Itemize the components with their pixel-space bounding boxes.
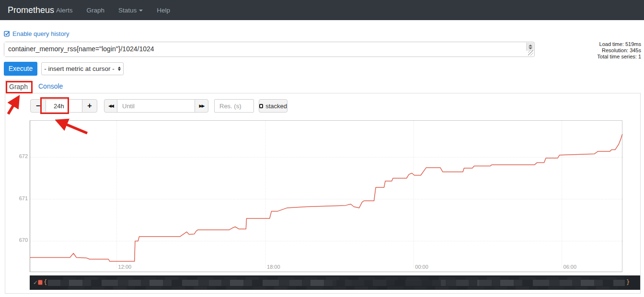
check-square-edit-icon bbox=[4, 31, 10, 37]
resize-grip-icon[interactable] bbox=[528, 50, 533, 56]
resolution-stat: Resolution: 345s bbox=[597, 47, 641, 54]
until-input[interactable] bbox=[117, 99, 195, 113]
total-series-stat: Total time series: 1 bbox=[597, 54, 641, 60]
resolution-input[interactable] bbox=[214, 99, 254, 113]
x-axis-tick-label: 00:00 bbox=[415, 264, 428, 270]
tab-graph[interactable]: Graph bbox=[5, 80, 32, 93]
nav-item-status-dropdown[interactable]: Status bbox=[118, 7, 143, 14]
nav-item-label: Status bbox=[118, 7, 137, 14]
insert-metric-dropdown-label: - insert metric at cursor - bbox=[44, 65, 114, 72]
range-increase-button[interactable]: + bbox=[82, 99, 97, 113]
legend-color-swatch bbox=[38, 280, 43, 285]
enable-query-history-label: Enable query history bbox=[12, 30, 69, 37]
stacked-label: stacked bbox=[265, 103, 287, 110]
y-axis-tick-label: 672 bbox=[14, 153, 28, 159]
nav-item-alerts[interactable]: Alerts bbox=[56, 7, 73, 14]
range-decrease-button[interactable]: − bbox=[30, 99, 46, 113]
nav-item-graph[interactable]: Graph bbox=[87, 7, 105, 14]
time-series-line-chart bbox=[30, 121, 623, 273]
y-axis-tick-label: 671 bbox=[14, 195, 28, 201]
tab-console[interactable]: Console bbox=[38, 82, 63, 90]
legend-open-brace: { bbox=[44, 279, 47, 286]
y-axis-tick-label: 670 bbox=[14, 237, 28, 243]
navbar: Prometheus Alerts Graph Status Help bbox=[0, 0, 644, 20]
minus-icon: − bbox=[36, 102, 40, 110]
brand-link[interactable]: Prometheus bbox=[8, 0, 54, 20]
legend-close-brace: } bbox=[626, 279, 630, 286]
nav-item-label: Alerts bbox=[56, 7, 73, 14]
legend-label-redacted bbox=[441, 280, 625, 286]
time-step-forward-button[interactable]: ▶▶ bbox=[195, 99, 208, 113]
caret-down-icon bbox=[139, 10, 143, 11]
insert-metric-dropdown[interactable]: - insert metric at cursor - bbox=[41, 62, 124, 75]
chart-plot-area[interactable] bbox=[30, 120, 622, 272]
load-time-stat: Load time: 519ms bbox=[597, 41, 641, 47]
time-step-back-button[interactable]: ◀◀ bbox=[104, 99, 117, 113]
x-axis-tick-label: 12:00 bbox=[118, 264, 132, 270]
legend-label-redacted bbox=[48, 280, 333, 286]
checkbox-unchecked-icon bbox=[259, 104, 263, 108]
query-stats: Load time: 519ms Resolution: 345s Total … bbox=[597, 41, 641, 60]
scroll-up-icon bbox=[529, 45, 532, 46]
plus-icon: + bbox=[87, 102, 92, 110]
nav-item-label: Graph bbox=[87, 7, 105, 14]
legend-check-icon: ✓ bbox=[33, 279, 38, 286]
legend-label-redacted bbox=[63, 286, 624, 289]
range-input[interactable] bbox=[46, 99, 82, 113]
enable-query-history-link[interactable]: Enable query history bbox=[4, 30, 69, 37]
scroll-down-icon bbox=[529, 47, 532, 49]
nav-links: Alerts Graph Status Help bbox=[56, 0, 170, 20]
double-left-arrow-icon: ◀◀ bbox=[108, 103, 113, 108]
nav-item-label: Help bbox=[157, 7, 170, 14]
nav-item-help[interactable]: Help bbox=[157, 7, 170, 14]
x-axis-tick-label: 06:00 bbox=[564, 264, 577, 270]
legend-item[interactable]: ✓ { } bbox=[30, 275, 640, 290]
select-arrows-icon bbox=[118, 67, 121, 71]
double-right-arrow-icon: ▶▶ bbox=[199, 103, 204, 108]
expression-input[interactable]: container_memory_rss{name="login"}/1024/… bbox=[4, 42, 527, 57]
stacked-toggle-button[interactable]: stacked bbox=[259, 99, 288, 113]
prometheus-page: Prometheus Alerts Graph Status Help Enab… bbox=[0, 0, 644, 297]
legend-label-redacted bbox=[333, 280, 441, 286]
x-axis-tick-label: 18:00 bbox=[267, 264, 280, 270]
textarea-scroll-stepper[interactable] bbox=[526, 43, 534, 51]
expression-input-wrap: container_memory_rss{name="login"}/1024/… bbox=[4, 42, 535, 57]
execute-button[interactable]: Execute bbox=[4, 62, 37, 76]
